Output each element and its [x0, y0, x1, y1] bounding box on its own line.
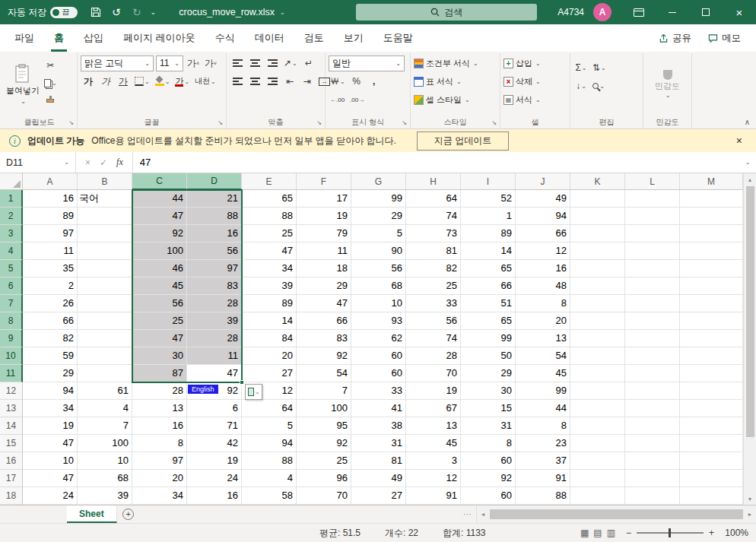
- column-header-K[interactable]: K: [570, 173, 625, 190]
- avatar[interactable]: A: [593, 3, 611, 21]
- cell-A9[interactable]: 82: [23, 330, 78, 347]
- cell-styles-button[interactable]: 셀 스타일 ⌄: [414, 91, 470, 108]
- cell-H11[interactable]: 70: [406, 365, 461, 382]
- cell-D18[interactable]: 16: [187, 487, 242, 505]
- close-button[interactable]: ×: [723, 0, 756, 24]
- cell-C6[interactable]: 45: [132, 277, 187, 295]
- fill-button[interactable]: ↓⌄: [573, 78, 589, 94]
- cell-I5[interactable]: 65: [461, 260, 516, 277]
- cell-A6[interactable]: 2: [23, 277, 78, 295]
- cell-B5[interactable]: [78, 260, 132, 277]
- font-name-select[interactable]: 맑은 고딕 ⌄: [81, 55, 154, 71]
- cell-B14[interactable]: 7: [78, 417, 132, 435]
- insert-cells-button[interactable]: + 삽입 ⌄: [503, 55, 541, 71]
- cell-B12[interactable]: 61: [78, 382, 132, 400]
- column-header-B[interactable]: B: [78, 173, 132, 190]
- cell-L13[interactable]: [625, 400, 680, 417]
- cell-G7[interactable]: 10: [351, 295, 406, 312]
- cell-G12[interactable]: 33: [351, 382, 406, 400]
- cell-D13[interactable]: 6: [187, 400, 242, 417]
- italic-button[interactable]: 가: [98, 74, 113, 89]
- row-header-9[interactable]: 9: [0, 330, 23, 347]
- cell-L15[interactable]: [625, 435, 680, 452]
- cell-D16[interactable]: 19: [187, 452, 242, 470]
- cell-J2[interactable]: 94: [516, 208, 570, 225]
- wrap-text-button[interactable]: ↵: [301, 55, 316, 71]
- styles-dialog-launcher[interactable]: ↘: [491, 119, 497, 126]
- cell-D15[interactable]: 42: [187, 435, 242, 452]
- find-select-button[interactable]: ⌄: [591, 78, 606, 94]
- row-header-7[interactable]: 7: [0, 295, 23, 312]
- tab-splitter[interactable]: ⋯: [459, 506, 476, 523]
- decrease-decimal-button[interactable]: .00→: [348, 92, 366, 107]
- close-notification-icon[interactable]: ×: [732, 135, 747, 147]
- scroll-down-icon[interactable]: ▼: [744, 493, 756, 505]
- cell-K5[interactable]: [570, 260, 625, 277]
- cell-D10[interactable]: 11: [187, 347, 242, 365]
- cell-H3[interactable]: 73: [406, 225, 461, 242]
- cell-F14[interactable]: 95: [297, 417, 351, 435]
- accounting-format-button[interactable]: ￦⌄: [329, 74, 347, 89]
- decrease-font-button[interactable]: 가˅: [203, 55, 218, 71]
- cell-F15[interactable]: 92: [297, 435, 351, 452]
- cell-C18[interactable]: 34: [132, 487, 187, 505]
- confirm-entry-icon[interactable]: ✓: [100, 157, 107, 168]
- cell-A10[interactable]: 59: [23, 347, 78, 365]
- column-header-H[interactable]: H: [406, 173, 461, 190]
- font-size-select[interactable]: 11 ⌄: [156, 55, 183, 71]
- tab-view[interactable]: 보기: [334, 24, 373, 52]
- cell-C2[interactable]: 47: [132, 208, 187, 225]
- cell-H9[interactable]: 74: [406, 330, 461, 347]
- cell-E1[interactable]: 65: [242, 190, 297, 208]
- cell-G4[interactable]: 90: [351, 242, 406, 260]
- cell-E9[interactable]: 84: [242, 330, 297, 347]
- cell-E13[interactable]: 64: [242, 400, 297, 417]
- cell-L7[interactable]: [625, 295, 680, 312]
- align-middle-button[interactable]: [247, 55, 262, 71]
- cell-H12[interactable]: 19: [406, 382, 461, 400]
- cell-K6[interactable]: [570, 277, 625, 295]
- zoom-in-button[interactable]: +: [709, 528, 714, 538]
- tab-file[interactable]: 파일: [5, 24, 44, 52]
- ribbon-display-options-button[interactable]: [622, 0, 656, 24]
- cell-J10[interactable]: 54: [516, 347, 570, 365]
- cell-K10[interactable]: [570, 347, 625, 365]
- row-header-4[interactable]: 4: [0, 242, 23, 260]
- vertical-scroll-thumb[interactable]: [746, 186, 754, 437]
- cell-J11[interactable]: 45: [516, 365, 570, 382]
- cell-I17[interactable]: 92: [461, 470, 516, 487]
- cell-A12[interactable]: 94: [23, 382, 78, 400]
- cell-F7[interactable]: 47: [297, 295, 351, 312]
- cell-G15[interactable]: 31: [351, 435, 406, 452]
- cell-B7[interactable]: [78, 295, 132, 312]
- cell-M7[interactable]: [680, 295, 743, 312]
- cell-G1[interactable]: 99: [351, 190, 406, 208]
- cell-K17[interactable]: [570, 470, 625, 487]
- cell-M1[interactable]: [680, 190, 743, 208]
- cell-A16[interactable]: 10: [23, 452, 78, 470]
- cell-F16[interactable]: 25: [297, 452, 351, 470]
- share-button[interactable]: 공유: [653, 29, 697, 48]
- tab-help[interactable]: 도움말: [373, 24, 423, 52]
- increase-decimal-button[interactable]: ←.00: [329, 92, 346, 107]
- cell-E3[interactable]: 25: [242, 225, 297, 242]
- copy-button[interactable]: ⌄: [43, 75, 59, 90]
- view-normal-button[interactable]: ▦: [580, 528, 589, 538]
- row-header-1[interactable]: 1: [0, 190, 23, 208]
- increase-font-button[interactable]: 가˄: [186, 55, 201, 71]
- cell-C9[interactable]: 47: [132, 330, 187, 347]
- tab-home[interactable]: 홈: [44, 24, 74, 52]
- column-header-E[interactable]: E: [242, 173, 297, 190]
- cell-F10[interactable]: 92: [297, 347, 351, 365]
- tab-data[interactable]: 데이터: [245, 24, 294, 52]
- cell-M15[interactable]: [680, 435, 743, 452]
- phonetic-button[interactable]: 내천⌄: [193, 74, 218, 89]
- cell-I9[interactable]: 99: [461, 330, 516, 347]
- cell-I7[interactable]: 51: [461, 295, 516, 312]
- cell-H16[interactable]: 3: [406, 452, 461, 470]
- cell-H7[interactable]: 33: [406, 295, 461, 312]
- cell-A17[interactable]: 47: [23, 470, 78, 487]
- borders-button[interactable]: ⌄: [133, 74, 151, 89]
- sheet-tab-sheet[interactable]: Sheet: [67, 506, 117, 523]
- cell-B16[interactable]: 10: [78, 452, 132, 470]
